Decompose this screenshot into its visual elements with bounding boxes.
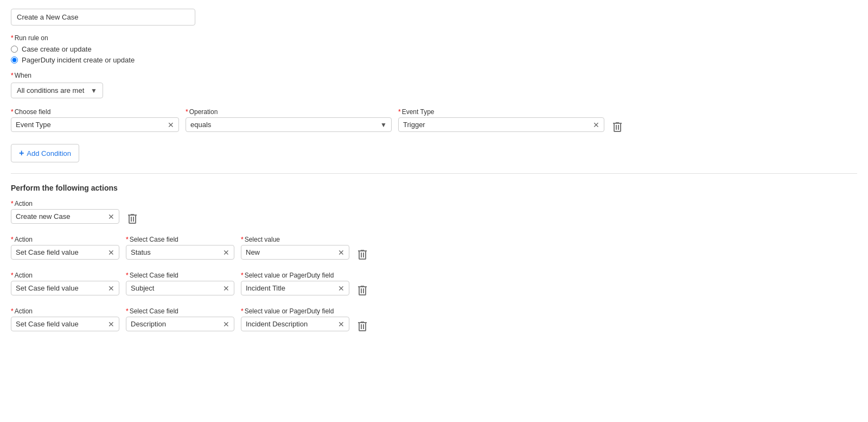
run-rule-label: *Run rule on xyxy=(11,34,857,42)
choose-field-value: Event Type xyxy=(16,121,164,129)
event-type-group: *Event Type Trigger ✕ xyxy=(398,108,604,132)
action-input-3[interactable]: Set Case field value✕ xyxy=(11,317,119,331)
case-field-group-3: *Select Case fieldDescription✕ xyxy=(126,307,234,331)
case-field-label-3: *Select Case field xyxy=(126,307,234,315)
case-field-value-3: Description xyxy=(131,320,220,328)
select-value-input-1[interactable]: New✕ xyxy=(241,245,349,260)
select-value-label-2: *Select value or PagerDuty field xyxy=(241,272,349,279)
event-type-clear-button[interactable]: ✕ xyxy=(593,121,599,129)
select-value-input-2[interactable]: Incident Title✕ xyxy=(241,281,349,295)
case-field-value-2: Subject xyxy=(131,284,220,292)
operation-label: *Operation xyxy=(186,108,392,116)
choose-field-input[interactable]: Event Type ✕ xyxy=(11,117,179,132)
action-clear-btn-1[interactable]: ✕ xyxy=(108,249,114,256)
radio-case[interactable] xyxy=(11,46,18,53)
when-dropdown[interactable]: All conditions are met ▼ xyxy=(11,83,103,98)
trash-icon-action-0 xyxy=(128,214,137,224)
select-value-value-1: New xyxy=(246,248,335,256)
add-condition-button[interactable]: + Add Condition xyxy=(11,144,79,162)
action-group-2: *ActionSet Case field value✕ xyxy=(11,272,119,295)
trash-icon xyxy=(613,122,622,132)
action-group-0: *ActionCreate new Case✕ xyxy=(11,200,119,224)
case-field-clear-btn-3[interactable]: ✕ xyxy=(223,320,229,328)
action-row-1: *ActionSet Case field value✕*Select Case… xyxy=(11,236,857,264)
choose-field-group: *Choose field Event Type ✕ xyxy=(11,108,179,132)
action-clear-btn-0[interactable]: ✕ xyxy=(108,213,114,221)
operation-dropdown-arrow-icon: ▼ xyxy=(380,121,387,129)
case-field-input-2[interactable]: Subject✕ xyxy=(126,281,234,295)
when-label: *When xyxy=(11,72,857,79)
select-value-group-1: *Select valueNew✕ xyxy=(241,236,349,260)
select-value-label-3: *Select value or PagerDuty field xyxy=(241,307,349,315)
radio-item-case: Case create or update xyxy=(11,45,857,53)
add-condition-plus-icon: + xyxy=(19,148,24,158)
delete-action-btn-3[interactable] xyxy=(356,319,369,336)
action-input-1[interactable]: Set Case field value✕ xyxy=(11,245,119,260)
select-value-value-2: Incident Title xyxy=(246,284,335,292)
case-field-group-2: *Select Case fieldSubject✕ xyxy=(126,272,234,295)
case-field-label-2: *Select Case field xyxy=(126,272,234,279)
action-clear-btn-2[interactable]: ✕ xyxy=(108,285,114,292)
operation-value: equals xyxy=(190,121,377,129)
select-value-group-3: *Select value or PagerDuty fieldIncident… xyxy=(241,307,349,331)
select-value-input-3[interactable]: Incident Description✕ xyxy=(241,317,349,331)
action-row-2: *ActionSet Case field value✕*Select Case… xyxy=(11,272,857,300)
when-dropdown-arrow-icon: ▼ xyxy=(91,87,97,95)
action-group-1: *ActionSet Case field value✕ xyxy=(11,236,119,260)
run-rule-radio-group: Case create or update PagerDuty incident… xyxy=(11,45,857,64)
when-dropdown-value: All conditions are met xyxy=(17,86,84,95)
section-divider xyxy=(11,173,857,174)
action-label-1: *Action xyxy=(11,236,119,243)
case-field-input-1[interactable]: Status✕ xyxy=(126,245,234,260)
action-value-2: Set Case field value xyxy=(16,284,105,292)
case-field-group-1: *Select Case fieldStatus✕ xyxy=(126,236,234,260)
radio-case-label: Case create or update xyxy=(22,45,92,53)
case-field-clear-btn-1[interactable]: ✕ xyxy=(223,249,229,256)
trash-icon-action-3 xyxy=(358,322,367,331)
case-field-clear-btn-2[interactable]: ✕ xyxy=(223,285,229,292)
action-group-3: *ActionSet Case field value✕ xyxy=(11,307,119,331)
event-type-value: Trigger xyxy=(403,121,590,129)
action-label-3: *Action xyxy=(11,307,119,315)
actions-container: *ActionCreate new Case✕*ActionSet Case f… xyxy=(11,200,857,336)
select-value-clear-btn-3[interactable]: ✕ xyxy=(338,320,344,328)
delete-action-btn-0[interactable] xyxy=(126,212,139,228)
action-clear-btn-3[interactable]: ✕ xyxy=(108,320,114,328)
choose-field-label: *Choose field xyxy=(11,108,179,116)
choose-field-clear-button[interactable]: ✕ xyxy=(168,121,174,129)
operation-group: *Operation equals ▼ xyxy=(186,108,392,132)
action-label-0: *Action xyxy=(11,200,119,207)
trash-icon-action-2 xyxy=(358,286,367,295)
action-label-2: *Action xyxy=(11,272,119,279)
select-value-clear-btn-1[interactable]: ✕ xyxy=(338,249,344,256)
radio-pagerduty-label: PagerDuty incident create or update xyxy=(22,56,135,64)
action-value-1: Set Case field value xyxy=(16,248,105,256)
delete-action-btn-1[interactable] xyxy=(356,248,369,264)
delete-condition-button[interactable] xyxy=(611,120,624,136)
select-value-clear-btn-2[interactable]: ✕ xyxy=(338,285,344,292)
trash-icon-action-1 xyxy=(358,250,367,260)
when-section: *When All conditions are met ▼ xyxy=(11,72,857,98)
radio-pagerduty[interactable] xyxy=(11,56,18,64)
add-condition-label: Add Condition xyxy=(27,149,71,158)
case-field-value-1: Status xyxy=(131,248,220,256)
action-value-3: Set Case field value xyxy=(16,320,105,328)
page-title-input[interactable] xyxy=(11,9,195,26)
condition-row: *Choose field Event Type ✕ *Operation eq… xyxy=(11,108,857,136)
actions-section-title: Perform the following actions xyxy=(11,184,857,192)
case-field-input-3[interactable]: Description✕ xyxy=(126,317,234,331)
action-row-3: *ActionSet Case field value✕*Select Case… xyxy=(11,307,857,336)
action-input-0[interactable]: Create new Case✕ xyxy=(11,209,119,224)
select-value-value-3: Incident Description xyxy=(246,320,335,328)
operation-input[interactable]: equals ▼ xyxy=(186,117,392,132)
event-type-input[interactable]: Trigger ✕ xyxy=(398,117,604,132)
delete-action-btn-2[interactable] xyxy=(356,284,369,300)
action-input-2[interactable]: Set Case field value✕ xyxy=(11,281,119,295)
action-row-0: *ActionCreate new Case✕ xyxy=(11,200,857,228)
action-value-0: Create new Case xyxy=(16,212,105,221)
select-value-group-2: *Select value or PagerDuty fieldIncident… xyxy=(241,272,349,295)
select-value-label-1: *Select value xyxy=(241,236,349,243)
event-type-label: *Event Type xyxy=(398,108,604,116)
case-field-label-1: *Select Case field xyxy=(126,236,234,243)
radio-item-pagerduty: PagerDuty incident create or update xyxy=(11,56,857,64)
